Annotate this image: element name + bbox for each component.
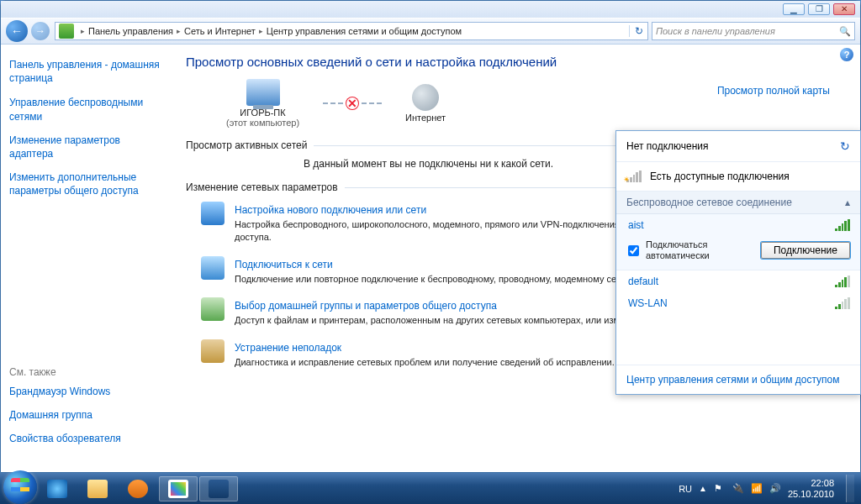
wifi-network-aist[interactable]: aist [616, 214, 860, 236]
search-placeholder: Поиск в панели управления [656, 26, 775, 36]
diagram-connection-broken: ✕ [323, 97, 382, 110]
wifi-available-label: Есть доступные подключения [650, 171, 790, 182]
clock-time: 22:08 [788, 478, 834, 489]
wifi-section-header[interactable]: Беспроводное сетевое соединение ▴ [616, 192, 860, 214]
sidebar-link-internet-options[interactable]: Свойства обозревателя [9, 432, 164, 445]
taskbar: RU ▲ ⚑ 🔌 📶 🔊 22:08 25.10.2010 [0, 473, 861, 504]
chevron-right-icon: ▸ [81, 27, 85, 35]
task-link[interactable]: Подключиться к сети [235, 259, 333, 270]
task-link[interactable]: Устранение неполадок [235, 342, 341, 354]
power-icon[interactable]: 🔌 [732, 483, 744, 495]
signal-icon [835, 297, 850, 309]
wifi-no-connection-label: Нет подключения [626, 140, 709, 152]
close-button[interactable]: ✕ [833, 3, 855, 15]
sidebar: Панель управления - домашняя страница Уп… [1, 45, 172, 472]
search-input[interactable]: Поиск в панели управления 🔍 [652, 22, 855, 40]
pc-icon [246, 79, 280, 106]
sidebar-link-sharing[interactable]: Изменить дополнительные параметры общего… [9, 171, 164, 197]
search-icon: 🔍 [839, 26, 851, 37]
diagram-pc-node: ИГОРЬ-ПК (этот компьютер) [226, 79, 299, 128]
chevron-right-icon: ▸ [177, 27, 181, 35]
clock[interactable]: 22:08 25.10.2010 [788, 478, 834, 499]
show-desktop-button[interactable] [846, 475, 854, 502]
signal-icon [835, 219, 850, 231]
wifi-network-name: WS-LAN [628, 297, 668, 309]
action-center-icon[interactable]: ⚑ [714, 483, 726, 495]
connect-network-icon [201, 256, 224, 280]
wifi-network-name: aist [628, 219, 644, 231]
diagram-pc-sub: (этот компьютер) [226, 118, 299, 128]
see-also-label: См. также [9, 366, 164, 378]
breadcrumb-item[interactable]: Сеть и Интернет [184, 26, 256, 36]
troubleshoot-icon [201, 339, 224, 363]
chevron-right-icon: ▸ [259, 27, 263, 35]
connect-button[interactable]: Подключение [761, 242, 850, 259]
wifi-connect-row: Подключаться автоматически Подключение [616, 236, 860, 270]
setup-connection-icon [201, 202, 224, 225]
refresh-button[interactable]: ↻ [629, 25, 647, 37]
help-icon[interactable]: ? [840, 48, 853, 61]
language-indicator[interactable]: RU [679, 484, 692, 494]
full-map-link[interactable]: Просмотр полной карты [717, 85, 830, 97]
diagram-internet-node: Интернет [405, 84, 446, 123]
wifi-footer: Центр управления сетями и общим доступом [616, 365, 860, 394]
wifi-network-wslan[interactable]: WS-LAN [616, 292, 860, 314]
sidebar-link-wireless[interactable]: Управление беспроводными сетями [9, 96, 164, 123]
breadcrumb-item[interactable]: Центр управления сетями и общим доступом [267, 26, 462, 36]
start-button[interactable] [3, 470, 37, 504]
page-title: Просмотр основных сведений о сети и наст… [186, 55, 830, 69]
auto-connect-label: Подключаться автоматически [646, 239, 754, 261]
taskbar-wmp[interactable] [119, 476, 157, 501]
taskbar-ie[interactable] [38, 476, 77, 501]
sidebar-home-link[interactable]: Панель управления - домашняя страница [9, 58, 164, 85]
titlebar: ▁ ❐ ✕ [1, 1, 860, 18]
wifi-header: Нет подключения ↻ [616, 131, 860, 162]
sidebar-link-homegroup[interactable]: Домашняя группа [9, 408, 164, 422]
system-tray: RU ▲ ⚑ 🔌 📶 🔊 22:08 25.10.2010 [679, 475, 858, 502]
taskbar-gadgets[interactable] [199, 476, 238, 501]
gadget-icon [209, 480, 229, 498]
breadcrumb-item[interactable]: Панель управления [88, 26, 173, 36]
disconnect-icon: ✕ [346, 97, 359, 110]
taskbar-paint[interactable] [159, 476, 198, 501]
wifi-available-row: Есть доступные подключения [616, 162, 860, 192]
homegroup-icon [201, 297, 224, 321]
wifi-network-name: default [628, 276, 658, 287]
nav-back-button[interactable]: ← [6, 20, 28, 42]
globe-icon [412, 84, 439, 111]
tray-chevron-icon[interactable]: ▲ [699, 484, 707, 493]
ie-icon [47, 480, 67, 498]
sidebar-link-adapter[interactable]: Изменение параметров адаптера [9, 134, 164, 160]
chevron-up-icon: ▴ [845, 197, 850, 208]
nav-forward-button[interactable]: → [31, 22, 50, 40]
control-panel-icon [59, 24, 74, 39]
task-link[interactable]: Выбор домашней группы и параметров общег… [235, 300, 497, 312]
folder-icon [87, 480, 108, 498]
volume-icon[interactable]: 🔊 [769, 483, 781, 495]
minimize-button[interactable]: ▁ [783, 3, 805, 15]
signal-icon [626, 171, 642, 182]
task-link[interactable]: Настройка нового подключения или сети [235, 204, 426, 216]
paint-icon [168, 480, 188, 498]
task-desc: Диагностика и исправление сетевых пробле… [235, 356, 615, 369]
wifi-network-default[interactable]: default [616, 270, 860, 292]
signal-icon [835, 276, 850, 287]
sidebar-link-firewall[interactable]: Брандмауэр Windows [9, 385, 164, 398]
taskbar-explorer[interactable] [78, 476, 117, 501]
clock-date: 25.10.2010 [788, 489, 834, 500]
wifi-network-center-link[interactable]: Центр управления сетями и общим доступом [626, 374, 840, 386]
network-tray-icon[interactable]: 📶 [751, 483, 763, 495]
auto-connect-checkbox[interactable] [628, 245, 639, 256]
maximize-button[interactable]: ❐ [808, 3, 830, 15]
navbar: ← → ▸ Панель управления ▸ Сеть и Интерне… [1, 18, 860, 45]
diagram-internet-label: Интернет [405, 113, 446, 123]
wifi-popup: Нет подключения ↻ Есть доступные подключ… [615, 130, 861, 395]
wmp-icon [128, 480, 148, 498]
wifi-refresh-button[interactable]: ↻ [840, 139, 850, 153]
breadcrumb[interactable]: ▸ Панель управления ▸ Сеть и Интернет ▸ … [55, 22, 648, 40]
